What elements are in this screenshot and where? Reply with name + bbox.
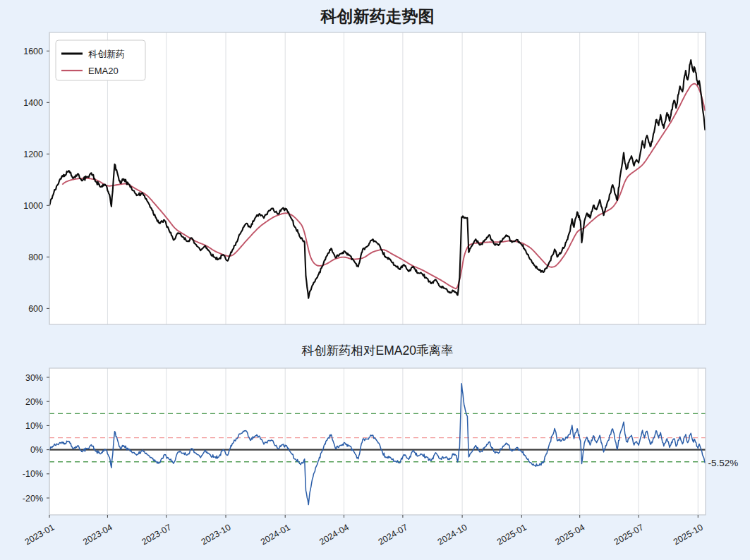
page-title: 科创新药走势图	[320, 7, 435, 25]
price-y-tick-label: 1200	[23, 150, 43, 159]
price-plot-background	[49, 32, 706, 324]
price-y-tick-label: 1000	[23, 201, 43, 211]
x-axis-labels: 2023-012023-042023-072023-102024-012024-…	[23, 515, 705, 547]
price-axis-labels: 6008001000120014001600	[23, 47, 49, 314]
bias-y-tick-label: 30%	[25, 373, 43, 383]
chart-canvas: 科创新药走势图 科创新药相对EMA20乖离率 60080010001200140…	[0, 0, 750, 560]
bias-y-tick-label: 0%	[30, 445, 43, 455]
x-tick-label: 2023-04	[81, 522, 114, 547]
legend: 科创新药 EMA20	[56, 40, 145, 80]
price-y-tick-label: 600	[28, 304, 43, 314]
bias-y-tick-label: 10%	[25, 421, 43, 431]
bias-y-tick-label: 20%	[25, 397, 43, 407]
legend-label-price: 科创新药	[88, 49, 125, 59]
x-tick-label: 2024-07	[377, 522, 410, 547]
x-tick-label: 2024-01	[259, 522, 292, 547]
legend-label-ema: EMA20	[88, 66, 119, 76]
price-y-tick-label: 1400	[23, 98, 43, 108]
x-tick-label: 2023-07	[140, 522, 173, 547]
bias-y-tick-label: -20%	[23, 494, 43, 504]
stock-chart-figure: 科创新药走势图 科创新药相对EMA20乖离率 60080010001200140…	[0, 0, 750, 560]
x-tick-label: 2023-01	[23, 522, 56, 547]
price-y-tick-label: 1600	[23, 47, 43, 56]
x-tick-label: 2025-07	[612, 522, 646, 547]
x-tick-label: 2024-04	[317, 522, 351, 547]
bias-y-tick-label: -10%	[23, 469, 43, 479]
bias-end-value-label: -5.52%	[708, 458, 738, 468]
bias-axis-labels: 30%20%10%0%-10%-20%	[23, 373, 49, 504]
x-tick-label: 2025-04	[553, 522, 586, 547]
x-tick-label: 2025-10	[672, 522, 705, 547]
x-tick-label: 2023-10	[200, 522, 233, 547]
bias-chart-title: 科创新药相对EMA20乖离率	[302, 343, 454, 358]
price-y-tick-label: 800	[28, 252, 43, 262]
x-tick-label: 2024-10	[436, 522, 469, 547]
x-tick-label: 2025-01	[495, 522, 528, 547]
